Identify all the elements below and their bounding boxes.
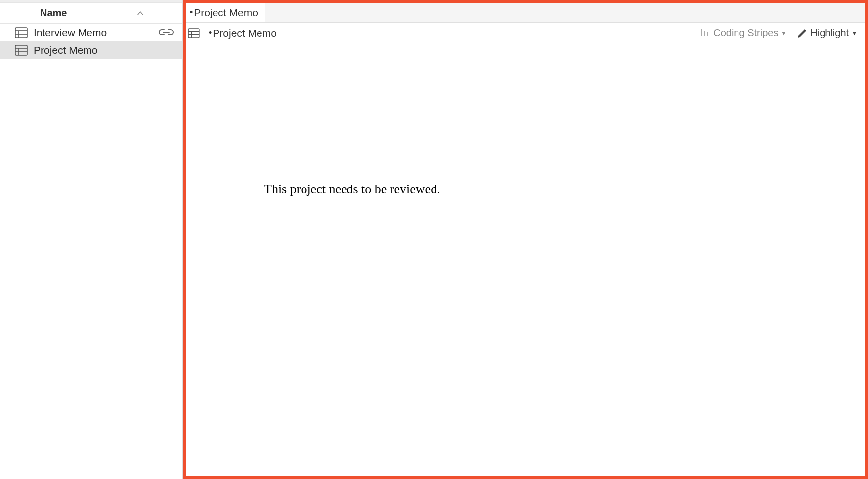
sort-ascending-icon	[137, 11, 144, 16]
highlight-button[interactable]: Highlight ▼	[793, 27, 860, 39]
sidebar-item-project-memo[interactable]: Project Memo	[0, 41, 182, 59]
coding-stripes-button[interactable]: Coding Stripes ▼	[696, 27, 789, 39]
dropdown-caret-icon: ▼	[781, 30, 786, 36]
document-toolbar: • Project Memo Coding Stripes ▼	[186, 23, 865, 43]
sidebar-item-label: Interview Memo	[34, 27, 107, 39]
sidebar-item-label: Project Memo	[34, 44, 98, 56]
document-area[interactable]: This project needs to be reviewed.	[186, 43, 865, 476]
name-column-header[interactable]: Name	[35, 3, 182, 23]
main-panel: • Project Memo • Project Memo	[183, 0, 868, 479]
highlight-icon	[796, 28, 807, 39]
dropdown-caret-icon: ▼	[852, 30, 857, 36]
document-title-text: Project Memo	[213, 27, 277, 39]
svg-rect-14	[707, 32, 708, 36]
coding-stripes-label: Coding Stripes	[713, 27, 778, 39]
highlight-label: Highlight	[810, 27, 849, 39]
link-icon[interactable]	[159, 28, 174, 37]
svg-rect-12	[701, 29, 702, 36]
sidebar: Name Interview Memo	[0, 0, 183, 479]
memo-icon	[188, 28, 200, 38]
sidebar-item-interview-memo[interactable]: Interview Memo	[0, 24, 182, 41]
coding-stripes-icon	[699, 28, 710, 39]
unsaved-indicator: •	[209, 28, 212, 38]
toolbar-title-group: • Project Memo	[188, 27, 277, 39]
column-header-row: Name	[0, 3, 182, 24]
tab-label: Project Memo	[194, 7, 258, 19]
svg-rect-13	[704, 31, 705, 36]
name-column-label: Name	[40, 7, 67, 19]
document-body-text[interactable]: This project needs to be reviewed.	[186, 43, 865, 197]
tab-project-memo[interactable]: • Project Memo	[186, 3, 265, 22]
memo-icon	[15, 27, 28, 38]
svg-rect-8	[188, 28, 199, 37]
memo-icon	[15, 45, 28, 56]
memo-list: Interview Memo Project Memo	[0, 24, 182, 479]
unsaved-indicator: •	[190, 7, 193, 18]
tab-bar: • Project Memo	[186, 3, 865, 23]
svg-rect-0	[15, 28, 27, 38]
document-title: • Project Memo	[209, 27, 277, 39]
svg-rect-4	[15, 45, 27, 55]
